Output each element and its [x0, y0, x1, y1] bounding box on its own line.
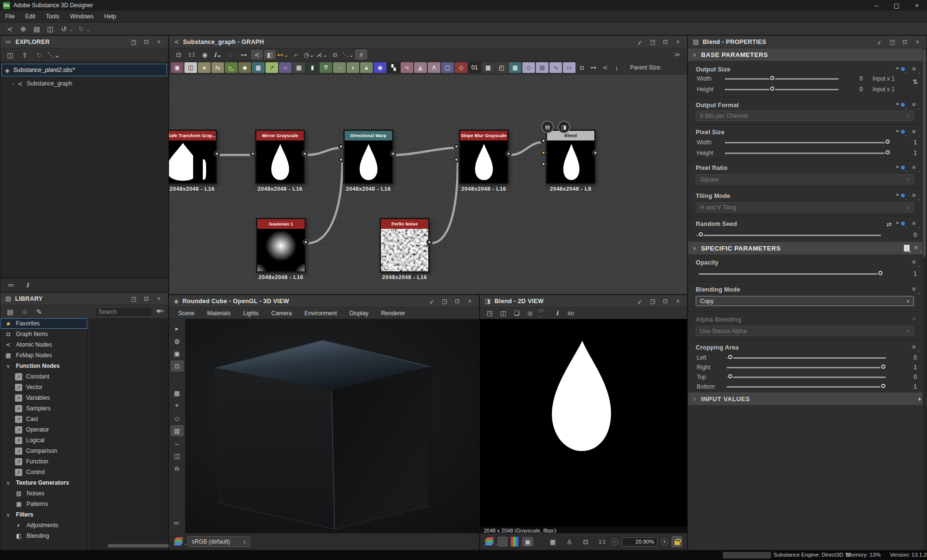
options-menu-icon[interactable] [914, 245, 922, 252]
width-slider[interactable] [725, 142, 889, 143]
library-more-icon[interactable]: ≫ [155, 308, 167, 314]
timing-icon[interactable]: ◷⌄ [303, 50, 315, 59]
maximize-icon[interactable]: ⊡ [142, 37, 151, 47]
function-icon[interactable] [897, 102, 907, 109]
translate-icon[interactable]: ↔ [171, 438, 183, 448]
blending-mode-dropdown[interactable]: Copy [696, 296, 914, 306]
float-icon[interactable]: ◳ [129, 37, 138, 47]
camera-icon[interactable]: ▸ [171, 323, 183, 334]
pixel-ratio-dropdown[interactable]: Square [696, 174, 914, 184]
warp-icon[interactable]: ▩ [252, 62, 265, 73]
node-input-port[interactable] [541, 161, 546, 167]
library-category[interactable]: ↗ Comparison [0, 446, 87, 456]
clean-icon[interactable]: ⋱⌄ [342, 50, 354, 59]
splatter-icon[interactable]: ⇈ [320, 62, 332, 73]
dot-node-icon[interactable]: ⊶ [588, 62, 599, 73]
crop-icon[interactable]: ▢ [441, 62, 454, 73]
display-icon[interactable]: ⊡ [171, 361, 183, 371]
save-icon[interactable]: ◫ [497, 308, 509, 318]
library-category[interactable]: ↗ Variables [0, 392, 87, 403]
node-output-port[interactable] [593, 150, 598, 155]
info-icon[interactable]: i [22, 280, 33, 290]
import-icon[interactable]: ⇪ [19, 50, 30, 60]
library-category[interactable]: ↗ Samplers [0, 403, 87, 414]
close-icon[interactable]: × [674, 296, 682, 306]
library-category[interactable]: ◧ Blending [0, 531, 87, 541]
pin-icon[interactable]: ¡ [611, 62, 622, 73]
layers-icon[interactable] [174, 537, 183, 546]
close-icon[interactable]: × [154, 37, 163, 47]
node-input-port[interactable] [454, 144, 459, 149]
levels-icon[interactable]: ◺ [225, 62, 238, 73]
curve-dynamic-icon[interactable]: ∿ [549, 62, 562, 73]
library-category[interactable]: ★ Favorites [0, 318, 87, 329]
undo-more-icon[interactable]: ⌄ [69, 24, 73, 34]
crop-slider[interactable] [727, 377, 886, 378]
library-category[interactable]: ↗ Operator [0, 424, 87, 435]
zoom-field[interactable]: 20.90% [622, 537, 658, 546]
node-blend-view-button[interactable]: ◨ [558, 121, 570, 133]
options-menu-icon[interactable] [912, 129, 920, 136]
library-category[interactable]: ↗ Cast [0, 414, 87, 424]
node-output-port[interactable] [302, 151, 308, 156]
directional-blur-icon[interactable]: ⇆ [211, 62, 224, 73]
link-mode-icon[interactable]: ⊶ [238, 50, 250, 59]
text-icon[interactable]: A [428, 62, 440, 73]
pivot-icon[interactable]: ⌖ [171, 400, 183, 411]
curve-icon[interactable]: ∿ [401, 62, 413, 73]
menu-item[interactable]: Windows [65, 11, 99, 23]
stats-icon[interactable]: ılı [171, 463, 183, 474]
library-category[interactable]: ∨ Function Nodes [0, 361, 87, 371]
function-icon[interactable] [897, 165, 907, 171]
collapsed-icon[interactable]: › [12, 81, 14, 86]
grid-icon[interactable]: ▦ [171, 388, 183, 398]
histogram-icon[interactable]: ılıı [565, 308, 576, 318]
focus-icon[interactable]: ⊙ [329, 50, 341, 59]
edit-icon[interactable]: ✎ [33, 307, 45, 317]
options-menu-icon[interactable] [912, 102, 920, 109]
pose-icon[interactable]: ♙ [563, 537, 575, 546]
input-values-section[interactable]: ∨ INPUT VALUES [688, 392, 927, 405]
node-output-port[interactable] [303, 239, 309, 245]
comment-icon[interactable]: ◘ [576, 62, 587, 73]
send-to-icon[interactable]: ◳ [484, 308, 495, 318]
library-category[interactable]: ◘ Graph Items [0, 329, 87, 339]
gradient-map-icon[interactable]: ◰ [495, 62, 508, 73]
histogram-scan-icon[interactable]: ▲ [360, 62, 373, 73]
library-category[interactable]: ▦ FxMap Nodes [0, 350, 87, 361]
shuffle-icon[interactable] [886, 221, 892, 228]
gradient-icon[interactable]: ▮ [306, 62, 319, 73]
library-category[interactable]: ▦ Patterns [0, 499, 87, 509]
checker-icon[interactable] [498, 537, 507, 546]
package-item[interactable]: ◈ Substance_plant2.sbs* [1, 64, 167, 76]
blur-icon[interactable]: ● [198, 62, 211, 73]
library-category[interactable]: ↗ Constant [0, 371, 87, 382]
graph-item[interactable]: › ≺ Substance_graph [12, 78, 72, 89]
view3d-menu-item[interactable]: Display [344, 308, 374, 319]
wireframe-icon[interactable]: ◇ [171, 413, 183, 423]
gradient-dynamic-icon[interactable]: ▤ [536, 62, 548, 73]
menu-item[interactable]: File [0, 11, 20, 23]
pin-icon[interactable]: ¡ [634, 35, 646, 48]
function-icon[interactable] [897, 129, 907, 136]
function-icon[interactable] [897, 193, 907, 199]
copy-icon[interactable]: ❏ [511, 308, 522, 318]
redo-more-icon[interactable]: ⌄ [86, 24, 91, 34]
snap-grid-icon[interactable]: # [355, 50, 367, 59]
output-format-dropdown[interactable]: 8 Bits per Channel [696, 111, 914, 121]
outline-icon[interactable]: ≔ [5, 280, 17, 290]
options-menu-icon[interactable] [912, 259, 920, 266]
colorspace-select[interactable]: sRGB (default) [187, 536, 250, 547]
save-icon[interactable]: ◫ [4, 50, 16, 60]
node-input-port[interactable] [338, 144, 344, 149]
node-perlin[interactable]: Perlin Noise 2048x2048 - L16 [379, 218, 430, 273]
scrollbar[interactable] [923, 48, 926, 549]
maximize-icon[interactable]: ⊡ [142, 294, 151, 304]
view2d-canvas[interactable] [480, 319, 687, 527]
library-category[interactable]: ▨ Noises [0, 488, 87, 499]
screenshot-icon[interactable]: ◉ [199, 50, 211, 59]
shape-icon[interactable]: ○ [279, 62, 292, 73]
height-slider[interactable] [725, 153, 889, 154]
node-mirror[interactable]: Mirror Grayscale 2048x2048 - L16 [255, 129, 305, 184]
options-menu-icon[interactable] [912, 66, 920, 73]
